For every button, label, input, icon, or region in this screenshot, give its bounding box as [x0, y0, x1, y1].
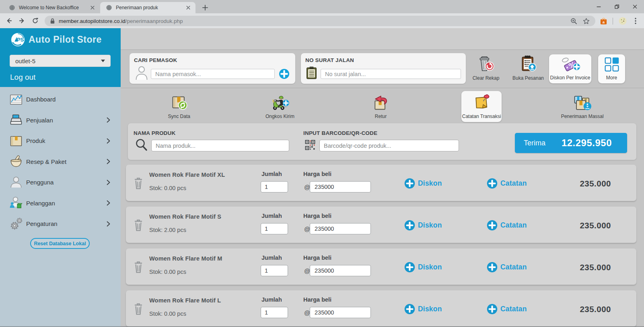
- plus-circle-icon: [487, 178, 498, 189]
- sidebar-item-label: Pelanggan: [26, 200, 55, 207]
- action-retur-button[interactable]: Retur: [330, 89, 431, 123]
- clear-rekap-label: Clear Rekap: [468, 75, 504, 81]
- url-domain: member.autopilotstore.co.id: [59, 18, 126, 24]
- logout-link[interactable]: Log out: [10, 73, 35, 82]
- browser-tab-strip: Welcome to New Backoffice Penerimaan pro…: [0, 0, 644, 13]
- add-discount-button[interactable]: Diskon: [404, 262, 442, 273]
- outlet-select-value: outlet-5: [15, 58, 101, 64]
- add-note-button[interactable]: Catatan: [487, 262, 527, 273]
- product-row: Women Rok Flare Motif M Stok: 0.00 pcs J…: [126, 248, 636, 285]
- profile-avatar[interactable]: [619, 17, 627, 25]
- window-minimize-button[interactable]: [590, 1, 608, 12]
- product-list: Women Rok Flare Motif XL Stok: 0.00 pcs …: [126, 165, 636, 327]
- window-close-button[interactable]: [626, 1, 644, 12]
- delete-row-icon[interactable]: [134, 261, 142, 273]
- dashboard-icon: [9, 92, 23, 107]
- courier-icon: [271, 94, 289, 112]
- price-label: Harga beli: [303, 296, 331, 303]
- product-stock: Stok: 0.00 pcs: [149, 310, 186, 317]
- forward-button[interactable]: [19, 17, 25, 24]
- delete-row-icon[interactable]: [134, 178, 142, 189]
- tab-close-icon[interactable]: [185, 4, 191, 11]
- add-note-button[interactable]: Catatan: [487, 178, 527, 189]
- more-label: More: [598, 75, 625, 81]
- new-tab-button[interactable]: [202, 4, 208, 11]
- product-stock: Stok: 0.00 pcs: [149, 185, 186, 191]
- clear-rekap-icon: [477, 55, 495, 73]
- sidebar-item-dashboard[interactable]: Dashboard: [0, 89, 121, 110]
- sidebar-item-customer[interactable]: Pelanggan: [0, 193, 121, 214]
- window-restore-button[interactable]: [608, 1, 626, 12]
- product-name-input[interactable]: [151, 140, 289, 151]
- address-bar[interactable]: member.autopilotstore.co.id/penerimaanpr…: [45, 16, 595, 26]
- chevron-right-icon: [107, 117, 110, 123]
- row-total: 235.000: [580, 263, 611, 272]
- sidebar-item-label: Penjualan: [26, 117, 53, 124]
- action-sync-button[interactable]: Sync Data: [129, 89, 230, 123]
- outlet-select[interactable]: outlet-5: [10, 55, 111, 67]
- back-button[interactable]: [6, 17, 12, 24]
- reload-button[interactable]: [32, 17, 39, 24]
- terima-button[interactable]: Terima 12.295.950: [515, 133, 627, 153]
- supplier-search-label: CARI PEMASOK: [134, 57, 177, 63]
- zoom-icon[interactable]: [570, 18, 577, 25]
- supplier-person-icon: [135, 66, 148, 80]
- tab-close-icon[interactable]: [89, 4, 96, 11]
- sales-icon: [9, 113, 23, 127]
- reset-database-button[interactable]: Reset Database Lokal: [30, 238, 90, 249]
- browser-window: Welcome to New Backoffice Penerimaan pro…: [0, 0, 644, 327]
- barcode-input[interactable]: [319, 140, 459, 151]
- sidebar-item-settings[interactable]: Pengaturan: [0, 213, 121, 234]
- action-note-button[interactable]: Catatan Transaksi: [431, 89, 532, 123]
- supplier-search-panel: CARI PEMASOK: [130, 53, 295, 84]
- price-input[interactable]: [310, 307, 371, 318]
- sidebar-item-label: Produk: [26, 137, 45, 144]
- url-path: /penerimaanproduk.php: [126, 18, 183, 24]
- sidebar-item-recipe[interactable]: Resep & Paket: [0, 151, 121, 172]
- add-discount-button[interactable]: Diskon: [404, 220, 442, 231]
- add-discount-button[interactable]: Diskon: [404, 178, 442, 189]
- price-input[interactable]: [310, 181, 371, 192]
- add-note-button[interactable]: Catatan: [487, 220, 527, 231]
- action-massal-button[interactable]: Penerimaan Massal: [532, 89, 633, 123]
- toolbar-separator: [613, 18, 613, 25]
- more-squares-icon: [604, 56, 620, 72]
- add-supplier-button[interactable]: [279, 68, 290, 79]
- product-name: Women Rok Flare Motif XL: [149, 172, 225, 178]
- lock-icon: [50, 18, 55, 24]
- customer-icon: [9, 196, 23, 210]
- diskon-per-invoice-button[interactable]: Diskon Per Invoice: [549, 54, 591, 83]
- sidebar-item-user[interactable]: Pengguna: [0, 172, 121, 193]
- browser-tab-penerimaan-produk[interactable]: Penerimaan produk: [100, 2, 195, 13]
- price-input[interactable]: [310, 223, 371, 234]
- qty-input[interactable]: [261, 265, 288, 276]
- diskon-per-invoice-label: Diskon Per Invoice: [549, 75, 591, 81]
- qty-input[interactable]: [261, 181, 288, 192]
- clear-rekap-button[interactable]: Clear Rekap: [468, 55, 504, 81]
- qty-input[interactable]: [261, 307, 288, 318]
- at-sign: @: [304, 226, 310, 232]
- user-icon: [9, 175, 23, 190]
- recipe-icon: [9, 154, 23, 169]
- add-discount-button[interactable]: Diskon: [404, 304, 442, 315]
- price-input[interactable]: [310, 265, 371, 276]
- browser-menu-icon[interactable]: [633, 17, 638, 25]
- plus-circle-icon: [404, 178, 415, 189]
- qty-input[interactable]: [261, 223, 288, 234]
- plus-circle-icon: [487, 304, 498, 315]
- plus-circle-icon: [404, 304, 415, 315]
- delivery-note-input[interactable]: [321, 69, 461, 79]
- extension-icon[interactable]: [600, 17, 607, 25]
- sidebar-item-product[interactable]: Produk: [0, 130, 121, 151]
- buka-pesanan-button[interactable]: Buka Pesanan: [510, 55, 546, 81]
- bookmark-star-icon[interactable]: [583, 18, 590, 25]
- more-button[interactable]: More: [598, 54, 625, 83]
- browser-tab-welcome[interactable]: Welcome to New Backoffice: [3, 2, 100, 13]
- sidebar-item-sales[interactable]: Penjualan: [0, 110, 121, 131]
- delete-row-icon[interactable]: [134, 219, 142, 231]
- action-courier-button[interactable]: Ongkos Kirim: [230, 89, 331, 123]
- chevron-right-icon: [107, 221, 110, 227]
- delete-row-icon[interactable]: [134, 303, 142, 315]
- supplier-search-input[interactable]: [151, 69, 275, 79]
- add-note-button[interactable]: Catatan: [487, 304, 527, 315]
